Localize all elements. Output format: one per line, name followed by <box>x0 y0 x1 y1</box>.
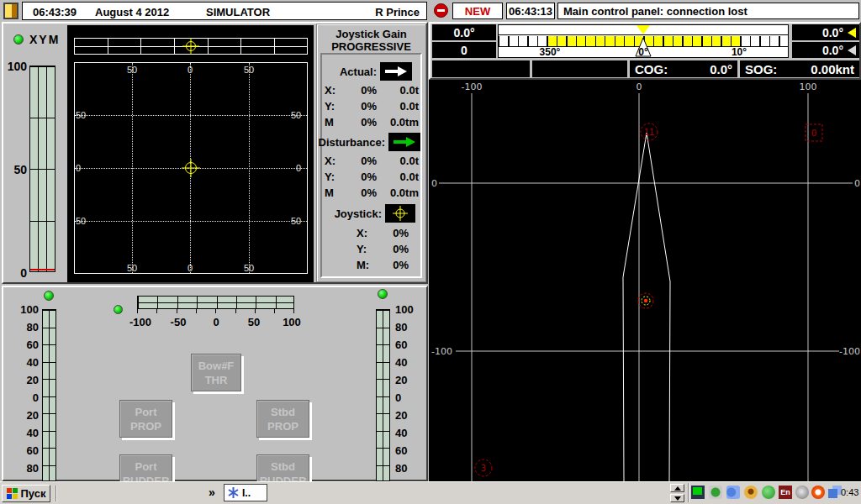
tray-users-icon[interactable] <box>726 486 740 499</box>
xym-tick-100: 100 <box>3 60 27 73</box>
stbd-gauge-led <box>378 289 388 299</box>
svg-text:3: 3 <box>481 464 486 473</box>
joy-x-label: X: <box>357 227 367 239</box>
actual-y-pct: 0% <box>335 100 377 113</box>
ship-outline <box>623 133 670 481</box>
port-tick: 20 <box>15 374 39 386</box>
nav-spare-box-1 <box>432 60 530 77</box>
port-prop-button[interactable]: PortPROP <box>119 400 172 438</box>
start-button[interactable]: Пуск <box>2 485 50 502</box>
quicklaunch-overflow-chevron[interactable]: » <box>209 486 215 499</box>
plot-xtick: 100 <box>800 81 817 92</box>
stbd-tick: 20 <box>395 409 419 422</box>
dist-x-pct: 0% <box>335 155 377 167</box>
port-tick: 80 <box>15 321 39 333</box>
tray-clock[interactable]: 0:43 <box>841 487 858 497</box>
stbd-tick: 40 <box>395 427 419 439</box>
bow-tick: 50 <box>237 316 271 328</box>
bow-tick: -100 <box>124 316 157 328</box>
tray-opera-icon[interactable] <box>811 486 825 499</box>
port-tick: 60 <box>15 444 39 457</box>
port-tick: 0 <box>15 391 39 404</box>
snowflake-task-icon <box>228 487 239 498</box>
tray-green-utility-icon[interactable] <box>709 486 722 499</box>
xym-gauge <box>29 66 55 272</box>
plot-ytick: -100 <box>839 346 860 357</box>
bow-tick: 0 <box>199 316 233 328</box>
xym-tick-0: 0 <box>3 266 27 280</box>
bow-thruster-gauge <box>137 296 294 309</box>
stbd-tick: 80 <box>395 462 419 475</box>
xy-label: 0 <box>76 163 81 173</box>
dist-m-pct: 0% <box>335 186 377 199</box>
bow-tick: 100 <box>275 316 309 328</box>
tray-language-indicator[interactable]: En <box>779 486 792 499</box>
dist-m-label: M <box>325 186 334 199</box>
xy-label: 50 <box>291 110 301 120</box>
alarm-message[interactable]: Main control panel: connection lost <box>557 3 859 19</box>
position-plot: -100 0 100 0 0 -100 -100 11 0 3 <box>430 80 861 481</box>
stbd-tick: 80 <box>395 321 419 333</box>
port-tick: 60 <box>15 339 39 351</box>
svg-text:0: 0 <box>811 129 816 138</box>
stbd-tick: 20 <box>395 374 419 386</box>
rotation-marker-icon <box>182 37 200 55</box>
port-gauge-led <box>44 291 54 301</box>
tray-cascade-windows-icon[interactable] <box>828 486 842 499</box>
xy-label: 50 <box>236 65 261 75</box>
order-arrow-white-icon <box>848 45 856 55</box>
tray-scroll-down-button[interactable] <box>670 494 684 502</box>
joy-m-pct: 0% <box>377 259 409 271</box>
tray-spy-icon[interactable] <box>744 486 758 499</box>
alarm-new-badge: NEW <box>452 3 503 19</box>
dist-m-val: 0.0tm <box>373 186 419 199</box>
joystick-label: Joystick: <box>328 207 382 220</box>
joy-m-label: M: <box>357 259 369 271</box>
xy-label: 50 <box>236 263 261 273</box>
bow-gauge-led <box>114 305 123 314</box>
joy-y-label: Y: <box>357 243 367 255</box>
bow-thruster-button[interactable]: Bow#FTHR <box>191 354 241 391</box>
tray-utorrent-icon[interactable] <box>762 486 775 499</box>
tray-monitor-icon[interactable] <box>691 486 705 499</box>
gain-title-1: Joystick Gain <box>317 28 425 40</box>
stop-bar <box>437 9 445 12</box>
disturbance-arrow-icon <box>392 136 417 148</box>
stbd-prop-button[interactable]: StbdPROP <box>256 400 309 438</box>
actual-m-pct: 0% <box>335 116 377 129</box>
sog-readout: SOG:0.00knt <box>740 60 859 77</box>
xy-gridline-h <box>75 115 307 116</box>
bow-gauge-ticks <box>137 309 294 313</box>
bow-marker: 11 <box>641 123 658 140</box>
xy-display: 50 0 50 50 0 50 50 0 50 50 0 50 <box>67 25 314 282</box>
tray-scroll-up-button[interactable] <box>670 484 684 492</box>
plot-xtick: 0 <box>637 81 642 92</box>
up-arrow-icon <box>674 486 681 491</box>
tape-label-10: 10° <box>722 46 756 58</box>
task-button[interactable]: I.. <box>224 484 267 501</box>
compass-order-pointer-icon <box>637 25 650 34</box>
xy-label: 50 <box>119 65 145 75</box>
stbd-tick: 60 <box>395 339 419 351</box>
alarm-stop-icon[interactable] <box>434 3 448 18</box>
plot-ytick: -100 <box>431 346 452 357</box>
xy-label: 0 <box>296 163 301 173</box>
dist-y-val: 0.0t <box>373 171 419 183</box>
sim-header: 06:43:39 August 4 2012 SIMULATOR R Princ… <box>0 0 429 22</box>
actual-y-val: 0.0t <box>373 100 419 113</box>
exit-door-icon[interactable] <box>3 3 18 19</box>
bow-tick: -50 <box>161 316 195 328</box>
heading-order-readout-2: 0.0° <box>792 42 859 58</box>
xym-tick-50: 50 <box>3 163 27 176</box>
tray-volume-icon[interactable] <box>795 486 809 499</box>
xym-label: XYM <box>29 33 60 46</box>
sim-app-title: SIMULATOR <box>206 6 270 18</box>
joy-y-pct: 0% <box>377 243 409 255</box>
joystick-crosshair-icon <box>392 205 409 222</box>
joystick-icon-box <box>385 204 415 223</box>
port-tick: 40 <box>15 356 39 369</box>
down-arrow-icon <box>674 496 681 501</box>
xym-led <box>13 34 24 45</box>
port-thruster-gauge <box>42 309 56 481</box>
xy-gridline-h <box>75 221 307 222</box>
